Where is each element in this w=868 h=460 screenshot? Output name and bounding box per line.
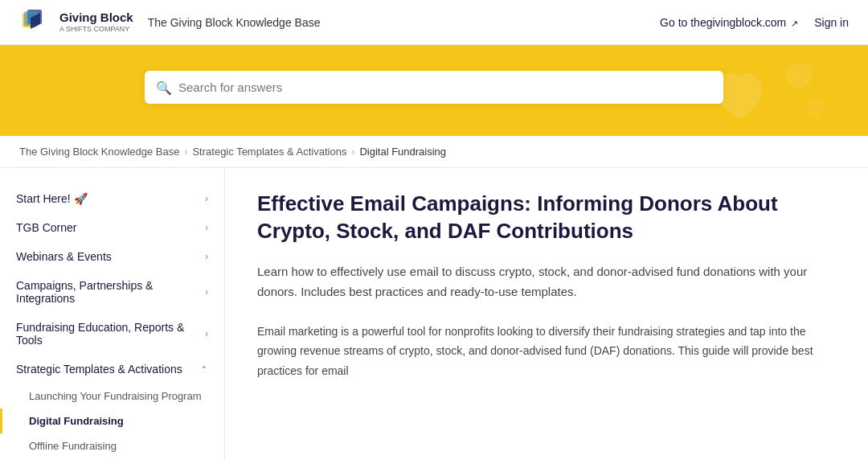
chevron-right-icon: › (205, 286, 208, 298)
article-intro: Learn how to effectively use email to di… (257, 261, 836, 302)
hero-search-wrap: 🔍 (145, 71, 723, 104)
article-body: Email marketing is a powerful tool for n… (257, 322, 836, 381)
sidebar: Start Here! 🚀 › TGB Corner › Webinars & … (0, 168, 225, 460)
logo-icon (19, 6, 51, 39)
breadcrumb-section[interactable]: Strategic Templates & Activations (192, 146, 346, 158)
breadcrumb-home[interactable]: The Giving Block Knowledge Base (19, 146, 179, 158)
sidebar-item-campaigns[interactable]: Campaigns, Partnerships & Integrations › (0, 271, 224, 313)
breadcrumb-sep-1: › (184, 146, 187, 158)
header-site-title: The Giving Block Knowledge Base (148, 16, 660, 29)
sidebar-sub-item-offline[interactable]: Offline Fundraising (0, 433, 224, 458)
chevron-down-icon: ⌄ (200, 363, 208, 375)
chevron-right-icon: › (205, 222, 208, 233)
chevron-right-icon: › (205, 193, 208, 204)
chevron-right-icon: › (205, 328, 208, 339)
hero-banner: 🔍 (0, 45, 868, 136)
logo-area[interactable]: Giving Block A SHIFTS COMPANY (19, 6, 133, 39)
sidebar-sub-item-launching[interactable]: Launching Your Fundraising Program (0, 384, 224, 409)
breadcrumb-current: Digital Fundraising (359, 146, 446, 158)
breadcrumb: The Giving Block Knowledge Base › Strate… (0, 136, 868, 168)
search-input[interactable] (145, 71, 723, 104)
article-title: Effective Email Campaigns: Informing Don… (257, 191, 836, 245)
sidebar-item-fundraising-edu[interactable]: Fundraising Education, Reports & Tools › (0, 313, 224, 355)
sidebar-sub-item-digital[interactable]: Digital Fundraising (0, 409, 224, 433)
search-icon: 🔍 (156, 80, 172, 95)
sidebar-item-start-here[interactable]: Start Here! 🚀 › (0, 184, 224, 213)
sidebar-item-strategic[interactable]: Strategic Templates & Activations ⌄ (0, 355, 224, 384)
chevron-right-icon: › (205, 251, 208, 262)
sign-in-link[interactable]: Sign in (814, 16, 849, 29)
breadcrumb-sep-2: › (351, 146, 354, 158)
article-content: Effective Email Campaigns: Informing Don… (225, 168, 868, 460)
logo-name: Giving Block (59, 11, 133, 25)
main-layout: Start Here! 🚀 › TGB Corner › Webinars & … (0, 168, 868, 460)
external-link-icon: ↗ (791, 18, 798, 28)
sidebar-item-tgb-corner[interactable]: TGB Corner › (0, 213, 224, 242)
sidebar-item-webinars[interactable]: Webinars & Events › (0, 242, 224, 271)
header: Giving Block A SHIFTS COMPANY The Giving… (0, 0, 868, 45)
external-site-link[interactable]: Go to thegivingblock.com ↗ (660, 16, 798, 29)
logo-sub: A SHIFTS COMPANY (59, 25, 133, 33)
header-nav: Go to thegivingblock.com ↗ Sign in (660, 16, 849, 29)
